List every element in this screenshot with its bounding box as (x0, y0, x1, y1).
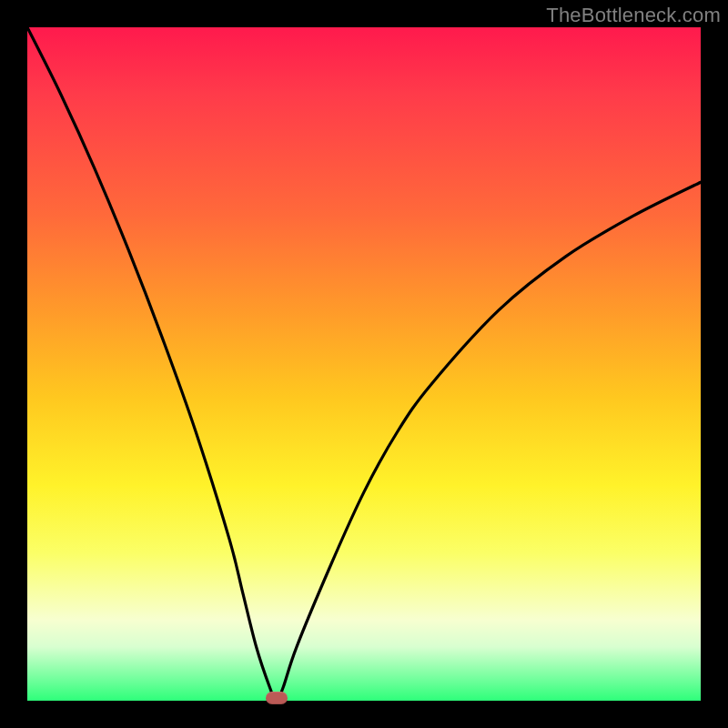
bottleneck-curve (27, 27, 701, 701)
watermark-text: TheBottleneck.com (546, 4, 721, 27)
chart-frame: TheBottleneck.com (0, 0, 728, 728)
optimal-point-marker (266, 692, 288, 704)
plot-area (27, 27, 701, 701)
